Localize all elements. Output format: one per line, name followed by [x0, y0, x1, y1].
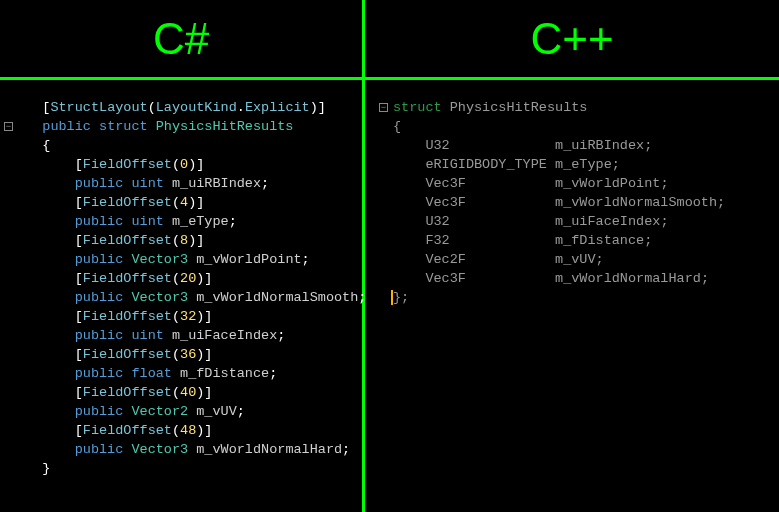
comparison-container: C# [StructLayout(LayoutKind.Explicit)] −… — [0, 0, 779, 512]
cpp-header: C++ — [365, 0, 779, 80]
cpp-panel: C++ −struct PhysicsHitResults { U32 m_ui… — [365, 0, 779, 512]
csharp-header: C# — [0, 0, 362, 80]
cpp-code: −struct PhysicsHitResults { U32 m_uiRBIn… — [365, 80, 779, 311]
csharp-panel: C# [StructLayout(LayoutKind.Explicit)] −… — [0, 0, 365, 512]
csharp-code: [StructLayout(LayoutKind.Explicit)] − pu… — [0, 80, 362, 482]
